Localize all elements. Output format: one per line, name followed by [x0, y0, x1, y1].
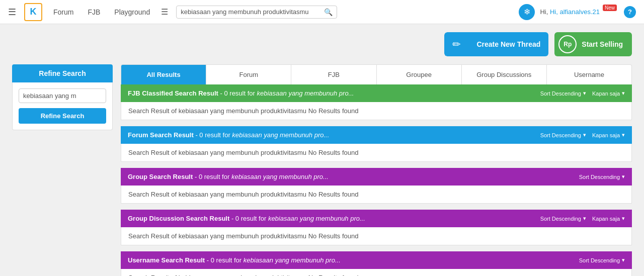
group-discussion-result-controls: Sort Descending ▾ Kapan saja ▾: [540, 215, 625, 222]
forum-sort-arrow: ▾: [583, 132, 586, 138]
group-sort-dropdown[interactable]: Sort Descending ▾: [579, 173, 625, 180]
group-discussion-time-arrow: ▾: [622, 215, 625, 222]
group-discussion-title-bold: Group Discussion Search Result: [128, 215, 229, 222]
fjb-result-title: FJB Classified Search Result - 0 result …: [128, 89, 354, 97]
username-sort-label: Sort Descending: [579, 257, 620, 263]
forum-result-section: Forum Search Result - 0 result for kebia…: [121, 126, 632, 162]
group-discussion-result-for: - 0 result for: [231, 215, 268, 222]
snowflake-symbol: ❄: [524, 7, 530, 17]
forum-title-bold: Forum Search Result: [128, 131, 194, 139]
search-icon[interactable]: 🔍: [324, 8, 333, 16]
username-result-body: Search Result of kebiasaan yang membunuh…: [121, 269, 632, 276]
tab-forum[interactable]: Forum: [206, 65, 291, 84]
user-greeting[interactable]: Hi, Hi, alfianalves.21: [540, 8, 600, 16]
rp-icon: Rp: [558, 35, 577, 53]
username-result-header: Username Search Result - 0 result for ke…: [121, 251, 632, 269]
forum-result-text: Search Result of kebiasaan yang membunuh…: [128, 149, 358, 156]
group-discussion-query: kebiasaan yang membunuh pro...: [268, 215, 365, 222]
group-discussion-time-dropdown[interactable]: Kapan saja ▾: [592, 215, 625, 222]
fjb-title-bold: FJB Classified Search Result: [128, 89, 218, 97]
logo-text: K: [30, 7, 37, 17]
group-result-header: Group Search Result - 0 result for kebia…: [121, 168, 632, 186]
start-selling-button[interactable]: Rp Start Selling: [554, 32, 632, 56]
group-result-body: Search Result of kebiasaan yang membunuh…: [121, 186, 632, 204]
forum-sort-label: Sort Descending: [540, 132, 581, 138]
sidebar-search-input[interactable]: [19, 88, 106, 103]
fjb-sort-arrow: ▾: [583, 90, 586, 97]
tab-group-discussions[interactable]: Group Discussions: [462, 65, 547, 84]
username-query: kebiasaan yang membunuh pro...: [244, 256, 341, 264]
notification-icon[interactable]: ❄: [519, 4, 535, 20]
fjb-result-header: FJB Classified Search Result - 0 result …: [121, 84, 632, 102]
username: Hi, alfianalves.21: [550, 8, 600, 16]
group-sort-label: Sort Descending: [579, 174, 620, 180]
username-sort-dropdown[interactable]: Sort Descending ▾: [579, 257, 625, 263]
group-discussion-result-title: Group Discussion Search Result - 0 resul…: [128, 215, 365, 222]
refine-search-button[interactable]: Refine Search: [19, 108, 106, 124]
forum-time-label: Kapan saja: [592, 132, 620, 138]
fjb-query: kebiasaan yang membunuh pro...: [257, 89, 354, 97]
nav-playground[interactable]: Playground: [111, 6, 153, 18]
fjb-time-arrow: ▾: [622, 90, 625, 97]
sidebar-header: Refine Search: [12, 64, 113, 82]
forum-result-controls: Sort Descending ▾ Kapan saja ▾: [540, 132, 625, 138]
tab-username[interactable]: Username: [547, 65, 631, 84]
nav-fjb[interactable]: FJB: [85, 6, 103, 18]
group-discussion-sort-label: Sort Descending: [540, 216, 581, 222]
navbar-right: ❄ Hi, Hi, alfianalves.21 New ?: [519, 4, 636, 20]
group-discussion-sort-dropdown[interactable]: Sort Descending ▾: [540, 215, 586, 222]
fjb-result-section: FJB Classified Search Result - 0 result …: [121, 84, 632, 120]
tab-fjb[interactable]: FJB: [291, 65, 376, 84]
username-result-text: Search Result of kebiasaan yang membunuh…: [128, 274, 358, 276]
group-result-controls: Sort Descending ▾: [579, 173, 625, 180]
forum-time-arrow: ▾: [622, 132, 625, 138]
search-input[interactable]: [181, 8, 324, 16]
forum-sort-dropdown[interactable]: Sort Descending ▾: [540, 132, 586, 138]
content-area: Refine Search Refine Search All Results …: [12, 64, 632, 276]
group-discussion-time-label: Kapan saja: [592, 216, 620, 222]
hamburger-menu-icon[interactable]: ☰: [8, 7, 16, 18]
logo[interactable]: K: [24, 3, 42, 21]
forum-result-header: Forum Search Result - 0 result for kebia…: [121, 126, 632, 144]
forum-time-dropdown[interactable]: Kapan saja ▾: [592, 132, 625, 138]
fjb-result-body: Search Result of kebiasaan yang membunuh…: [121, 102, 632, 120]
fjb-time-dropdown[interactable]: Kapan saja ▾: [592, 90, 625, 97]
tabs: All Results Forum FJB Groupee Group Disc…: [121, 64, 632, 84]
more-menu-icon[interactable]: ☰: [161, 7, 168, 17]
tab-all-results[interactable]: All Results: [121, 65, 206, 84]
new-badge: New: [603, 5, 617, 11]
sidebar-body: Refine Search: [12, 82, 113, 130]
username-sort-arrow: ▾: [622, 257, 625, 263]
search-bar: 🔍: [176, 6, 337, 19]
nav-forum[interactable]: Forum: [50, 6, 76, 18]
group-discussion-sort-arrow: ▾: [583, 215, 586, 222]
group-result-for: - 0 result for: [195, 173, 231, 180]
group-sort-arrow: ▾: [622, 173, 625, 180]
group-query: kebiasaan yang membunuh pro...: [231, 173, 329, 180]
start-selling-label: Start Selling: [577, 40, 628, 48]
create-thread-label: Create New Thread: [468, 32, 548, 56]
help-button[interactable]: ?: [624, 6, 636, 18]
fjb-result-controls: Sort Descending ▾ Kapan saja ▾: [540, 90, 625, 97]
fjb-result-for: - 0 result for: [220, 89, 257, 97]
group-discussion-result-header: Group Discussion Search Result - 0 resul…: [121, 210, 632, 227]
fjb-result-text: Search Result of kebiasaan yang membunuh…: [128, 107, 358, 115]
group-discussion-result-body: Search Result of kebiasaan yang membunuh…: [121, 227, 632, 245]
group-title-bold: Group Search Result: [128, 173, 193, 180]
group-result-text: Search Result of kebiasaan yang membunuh…: [128, 191, 358, 198]
group-result-section: Group Search Result - 0 result for kebia…: [121, 168, 632, 204]
group-discussion-result-section: Group Discussion Search Result - 0 resul…: [121, 210, 632, 245]
forum-query: kebiasaan yang membunuh pro...: [232, 131, 329, 139]
forum-result-body: Search Result of kebiasaan yang membunuh…: [121, 144, 632, 162]
forum-result-title: Forum Search Result - 0 result for kebia…: [128, 131, 329, 139]
fjb-time-label: Kapan saja: [592, 90, 620, 97]
main-content: ✏ Create New Thread Rp Start Selling Ref…: [0, 24, 644, 276]
create-thread-button[interactable]: ✏ Create New Thread: [444, 32, 548, 56]
tab-groupee[interactable]: Groupee: [377, 65, 462, 84]
fjb-sort-label: Sort Descending: [540, 90, 581, 97]
sidebar: Refine Search Refine Search: [12, 64, 113, 276]
fjb-sort-dropdown[interactable]: Sort Descending ▾: [540, 90, 586, 97]
username-title-bold: Username Search Result: [128, 256, 205, 264]
group-result-title: Group Search Result - 0 result for kebia…: [128, 173, 329, 180]
navbar: ☰ K Forum FJB Playground ☰ 🔍 ❄ Hi, Hi, a…: [0, 0, 644, 24]
